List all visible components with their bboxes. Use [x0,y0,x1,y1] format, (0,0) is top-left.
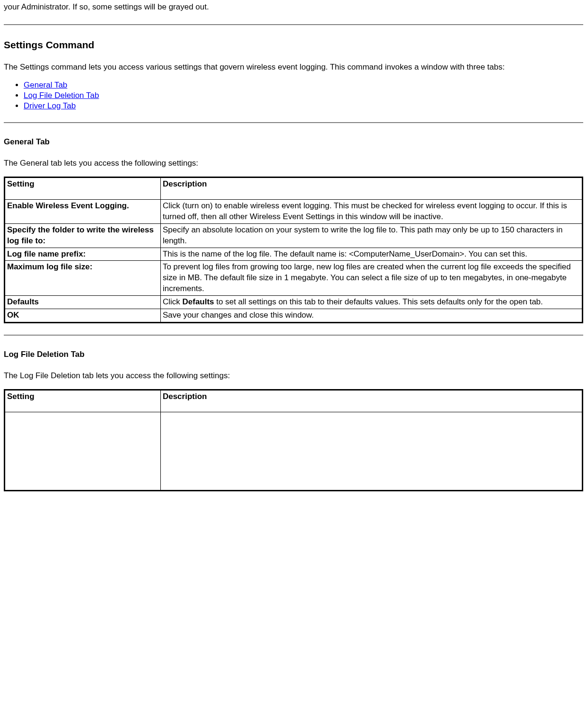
tab-link-list: General Tab Log File Deletion Tab Driver… [4,80,583,111]
setting-cell: Maximum log file size: [5,261,161,296]
general-tab-table: Setting Description Enable Wireless Even… [4,177,583,323]
list-item: Driver Log Tab [24,101,583,111]
table-row [5,412,583,491]
th-description: Description [160,177,582,199]
setting-cell [5,412,161,491]
log-file-deletion-table: Setting Description [4,389,583,491]
table-header-row: Setting Description [5,177,583,199]
table-row: Maximum log file size: To prevent log fi… [5,261,583,296]
log-file-deletion-heading: Log File Deletion Tab [4,350,583,359]
divider [4,24,583,25]
th-setting: Setting [5,177,161,199]
link-log-file-deletion-tab[interactable]: Log File Deletion Tab [24,91,99,100]
description-cell: To prevent log files from growing too la… [160,261,582,296]
desc-bold: Defaults [183,297,214,306]
divider [4,335,583,336]
table-row: Log file name prefix: This is the name o… [5,248,583,261]
list-item: General Tab [24,80,583,90]
description-cell: Save your changes and close this window. [160,309,582,323]
description-cell [160,412,582,491]
description-cell: Click (turn on) to enable wireless event… [160,199,582,223]
table-row: Enable Wireless Event Logging. Click (tu… [5,199,583,223]
general-tab-paragraph: The General tab lets you access the foll… [4,158,583,169]
divider [4,122,583,123]
table-row: OK Save your changes and close this wind… [5,309,583,323]
th-setting: Setting [5,390,161,412]
settings-command-paragraph: The Settings command lets you access var… [4,62,583,73]
list-item: Log File Deletion Tab [24,91,583,100]
table-row: Defaults Click Defaults to set all setti… [5,296,583,309]
description-cell: Specify an absolute location on your sys… [160,223,582,248]
desc-prefix: Click [163,297,183,306]
th-description: Description [160,390,582,412]
intro-fragment: your Administrator. If so, some settings… [4,2,583,13]
setting-cell: Log file name prefix: [5,248,161,261]
setting-cell: Enable Wireless Event Logging. [5,199,161,223]
settings-command-heading: Settings Command [4,39,583,51]
description-cell: This is the name of the log file. The de… [160,248,582,261]
setting-cell: Specify the folder to write the wireless… [5,223,161,248]
link-general-tab[interactable]: General Tab [24,80,67,89]
general-tab-heading: General Tab [4,137,583,147]
description-cell: Click Defaults to set all settings on th… [160,296,582,309]
setting-cell: Defaults [5,296,161,309]
link-driver-log-tab[interactable]: Driver Log Tab [24,101,76,110]
table-header-row: Setting Description [5,390,583,412]
desc-suffix: to set all settings on this tab to their… [214,297,543,306]
table-row: Specify the folder to write the wireless… [5,223,583,248]
log-file-deletion-paragraph: The Log File Deletion tab lets you acces… [4,371,583,382]
setting-cell: OK [5,309,161,323]
